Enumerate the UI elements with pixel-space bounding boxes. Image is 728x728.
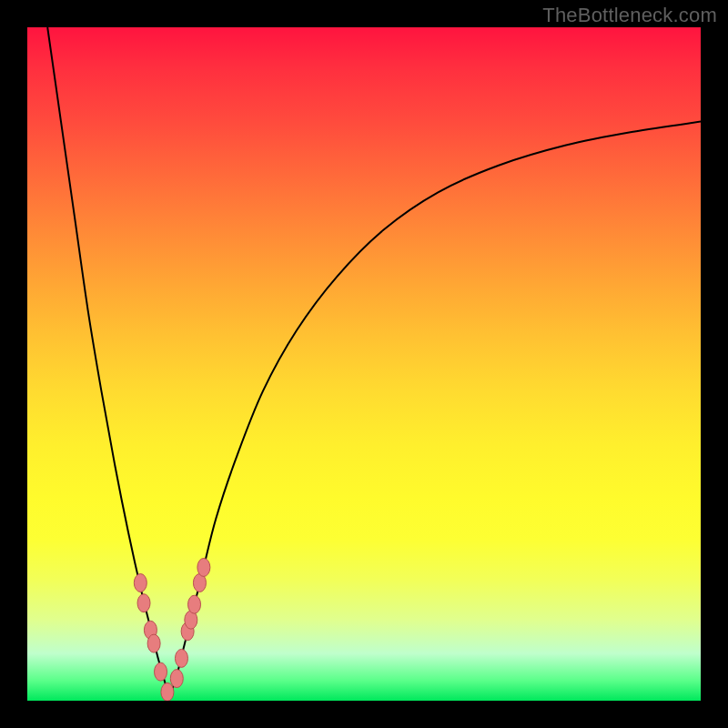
outer-black-frame: TheBottleneck.com: [0, 0, 728, 728]
curve-left-branch: [47, 27, 168, 697]
marker-point: [161, 682, 174, 701]
marker-group: [134, 558, 210, 701]
marker-point: [175, 649, 187, 667]
chart-svg: [27, 27, 701, 701]
curve-right-branch: [168, 122, 701, 698]
plot-area: [27, 27, 701, 701]
watermark-text: TheBottleneck.com: [542, 4, 717, 27]
marker-point: [137, 594, 150, 612]
marker-point: [147, 634, 160, 652]
marker-point: [155, 662, 167, 681]
marker-point: [170, 670, 183, 688]
marker-point: [134, 574, 147, 592]
marker-point: [188, 595, 201, 613]
marker-point: [197, 558, 210, 576]
